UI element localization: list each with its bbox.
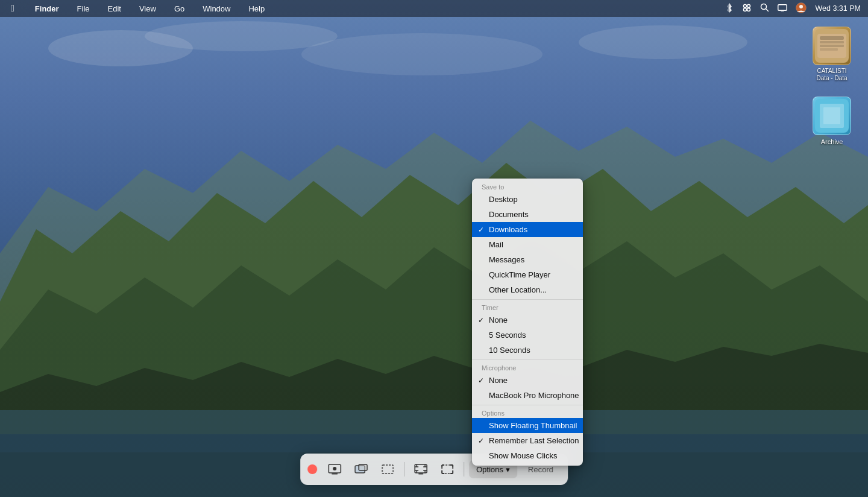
menu-help[interactable]: Help [245, 3, 268, 14]
search-icon[interactable] [760, 3, 769, 14]
downloads-checkmark: ✓ [478, 226, 484, 234]
svg-rect-25 [823, 107, 840, 124]
drive-icon-label: CATALISTIData - Data [816, 68, 847, 82]
none-mic-label: None [489, 376, 508, 385]
svg-point-6 [744, 4, 747, 7]
macbook-mic-label: MacBook Pro Microphone [489, 391, 579, 400]
menu-item-other[interactable]: Other Location... [472, 282, 583, 297]
menu-item-quicktime[interactable]: QuickTime Player [472, 267, 583, 282]
close-button[interactable]: ✕ [307, 464, 317, 474]
menu-view[interactable]: View [136, 3, 160, 14]
svg-line-11 [766, 9, 769, 11]
documents-label: Documents [489, 210, 529, 219]
remember-last-label: Remember Last Selection [489, 436, 579, 445]
svg-point-27 [333, 467, 336, 470]
menu-item-documents[interactable]: Documents [472, 207, 583, 222]
desktop-icon-archive[interactable]: Archive [808, 97, 856, 146]
svg-point-7 [747, 4, 750, 7]
menu-item-show-thumbnail[interactable]: Show Floating Thumbnail [472, 418, 583, 433]
archive-icon-image [813, 97, 851, 135]
menu-timer-label: Timer [472, 302, 583, 312]
svg-point-16 [799, 5, 803, 8]
svg-point-9 [747, 8, 750, 11]
options-context-menu: Save to Desktop Documents ✓ Downloads Ma… [472, 179, 583, 466]
menu-go[interactable]: Go [171, 3, 188, 14]
svg-rect-30 [359, 464, 367, 470]
menu-item-none-mic[interactable]: ✓ None [472, 373, 583, 388]
menu-window[interactable]: Window [199, 3, 234, 14]
desktop-background [0, 0, 868, 497]
none-mic-checkmark: ✓ [478, 376, 484, 385]
5sec-label: 5 Seconds [489, 331, 526, 340]
menu-item-none-timer[interactable]: ✓ None [472, 312, 583, 328]
selection-record-button[interactable] [376, 458, 399, 481]
toolbar-divider-1 [404, 462, 404, 476]
svg-rect-22 [820, 48, 838, 51]
control-center-icon[interactable] [742, 3, 752, 14]
menu-microphone-label: Microphone [472, 362, 583, 373]
mail-label: Mail [489, 240, 503, 249]
svg-rect-12 [778, 4, 787, 10]
show-thumbnail-label: Show Floating Thumbnail [489, 421, 577, 430]
archive-icon-label: Archive [821, 138, 843, 146]
menubar-right: Wed 3:31 PM [725, 2, 861, 15]
user-icon[interactable] [796, 2, 807, 15]
menu-item-10sec[interactable]: 10 Seconds [472, 343, 583, 358]
menu-item-show-mouse[interactable]: Show Mouse Clicks [472, 448, 583, 463]
menu-item-downloads[interactable]: ✓ Downloads [472, 222, 583, 237]
menu-item-macbook-mic[interactable]: MacBook Pro Microphone [472, 388, 583, 403]
menu-item-mail[interactable]: Mail [472, 237, 583, 252]
desktop-icon-drive[interactable]: CATALISTIData - Data [808, 27, 856, 82]
drive-icon-image [813, 27, 851, 65]
datetime[interactable]: Wed 3:31 PM [815, 4, 861, 13]
toolbar-divider-2 [464, 462, 464, 476]
apple-menu[interactable]:  [7, 2, 18, 15]
menubar:  Finder File Edit View Go Window Help [0, 0, 868, 17]
screensharing-icon[interactable] [778, 4, 787, 13]
menu-edit[interactable]: Edit [104, 3, 125, 14]
menu-item-messages[interactable]: Messages [472, 252, 583, 267]
options-chevron-icon: ▾ [506, 465, 510, 474]
bluetooth-icon[interactable] [725, 3, 734, 14]
svg-rect-5 [0, 0, 868, 497]
svg-point-8 [744, 8, 747, 11]
menu-item-5sec[interactable]: 5 Seconds [472, 328, 583, 343]
menubar-left:  Finder File Edit View Go Window Help [7, 2, 268, 15]
desktop-icons-container: CATALISTIData - Data Archive [808, 27, 856, 146]
show-mouse-label: Show Mouse Clicks [489, 451, 557, 460]
svg-rect-20 [820, 41, 844, 43]
none-timer-label: None [489, 315, 508, 324]
svg-rect-31 [382, 465, 393, 473]
menu-item-remember-last[interactable]: ✓ Remember Last Selection [472, 433, 583, 448]
window-record-button[interactable] [350, 458, 373, 481]
svg-rect-42 [442, 465, 453, 473]
options-label: Options [476, 465, 503, 474]
none-timer-checkmark: ✓ [478, 316, 484, 324]
app-name[interactable]: Finder [31, 3, 63, 14]
separator-2 [472, 359, 583, 360]
full-screen-record-button[interactable] [323, 458, 346, 481]
separator-1 [472, 299, 583, 300]
separator-3 [472, 405, 583, 405]
menu-options-section-label: Options [472, 407, 583, 418]
svg-rect-21 [820, 45, 844, 47]
desktop-label: Desktop [489, 195, 518, 204]
svg-rect-33 [418, 473, 423, 475]
screenshot-screen-button[interactable] [409, 458, 432, 481]
svg-rect-28 [332, 473, 338, 475]
10sec-label: 10 Seconds [489, 346, 530, 355]
remember-last-checkmark: ✓ [478, 437, 484, 445]
screenshot-selection-button[interactable] [436, 458, 459, 481]
downloads-label: Downloads [489, 225, 527, 234]
messages-label: Messages [489, 255, 524, 264]
quicktime-label: QuickTime Player [489, 270, 550, 279]
svg-rect-19 [820, 36, 844, 40]
menu-file[interactable]: File [74, 3, 93, 14]
menu-save-to-label: Save to [472, 181, 583, 192]
other-location-label: Other Location... [489, 285, 547, 294]
menu-item-desktop[interactable]: Desktop [472, 192, 583, 207]
record-label: Record [528, 465, 553, 474]
